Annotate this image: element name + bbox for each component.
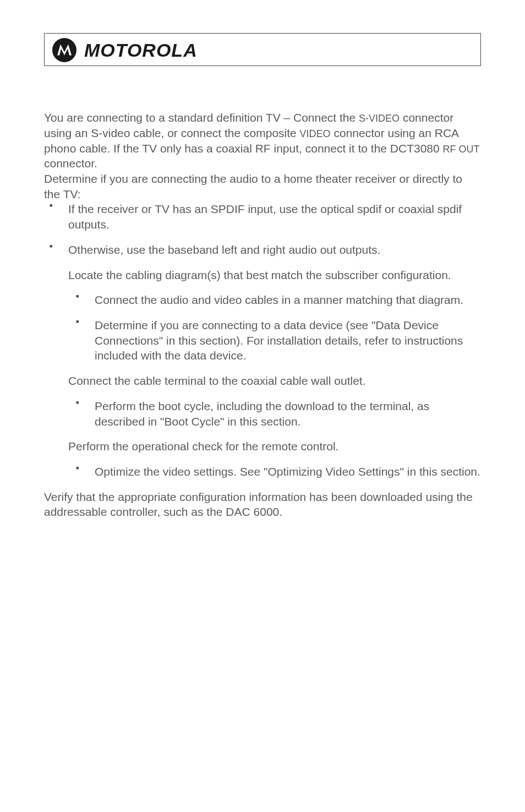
p1-smallcaps-1: S-VIDEO: [359, 113, 400, 124]
p1-smallcaps-2: VIDEO: [300, 128, 331, 139]
paragraph-connect: Connect the cable terminal to the coaxia…: [68, 373, 481, 389]
bullet-text: Otherwise, use the baseband left and rig…: [68, 243, 380, 256]
paragraph-verify: Verify that the appropriate configuratio…: [44, 489, 481, 520]
bullet-text: Determine if you are connecting to a dat…: [95, 319, 463, 362]
list-item: Determine if you are connecting to a dat…: [68, 318, 481, 363]
list-item: Otherwise, use the baseband left and rig…: [44, 242, 481, 479]
page: MOTOROLA You are connecting to a standar…: [0, 0, 525, 812]
paragraph-perform: Perform the operational check for the re…: [68, 439, 481, 454]
bullet-text: Connect the audio and video cables in a …: [95, 293, 463, 306]
header-box: MOTOROLA: [44, 33, 481, 66]
logo-m-svg: [56, 43, 73, 57]
bullet-text: Optimize the video settings. See "Optimi…: [95, 465, 480, 478]
motorola-logo-icon: [52, 38, 76, 62]
list-item: Perform the boot cycle, including the do…: [68, 399, 481, 429]
brand-text: MOTOROLA: [84, 40, 198, 61]
bullet-text: Perform the boot cycle, including the do…: [95, 400, 429, 428]
perform-bullet-list: Optimize the video settings. See "Optimi…: [68, 464, 481, 479]
paragraph-1: You are connecting to a standard definit…: [44, 110, 481, 171]
p1-text-4: connector.: [44, 157, 97, 170]
body-content: You are connecting to a standard definit…: [44, 110, 481, 520]
list-item: If the receiver or TV has an SPDIF input…: [44, 201, 481, 232]
top-bullet-list: If the receiver or TV has an SPDIF input…: [44, 201, 481, 479]
list-item: Optimize the video settings. See "Optimi…: [68, 464, 481, 479]
p1-smallcaps-3: RF OUT: [443, 144, 480, 155]
list-item: Connect the audio and video cables in a …: [68, 292, 481, 308]
paragraph-2: Determine if you are connecting the audi…: [44, 171, 481, 201]
paragraph-locate: Locate the cabling diagram(s) that best …: [68, 268, 481, 283]
connect-bullet-list: Perform the boot cycle, including the do…: [68, 399, 481, 429]
p1-text-1: You are connecting to a standard definit…: [44, 111, 359, 124]
bullet-text: If the receiver or TV has an SPDIF input…: [68, 203, 462, 231]
locate-bullet-list: Connect the audio and video cables in a …: [68, 292, 481, 363]
